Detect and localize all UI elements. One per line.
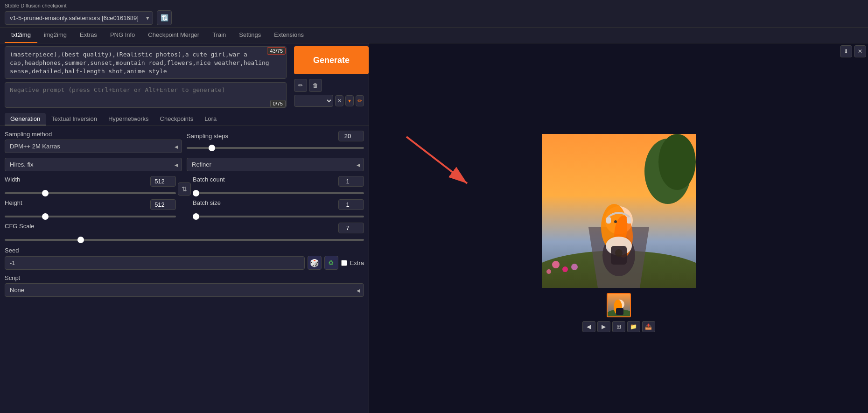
sub-tabs: Generation Textual Inversion Hypernetwor… [0, 111, 369, 126]
subtab-lora[interactable]: Lora [199, 113, 222, 126]
nav-tabs: txt2img img2img Extras PNG Info Checkpoi… [0, 28, 868, 43]
batch-count-slider[interactable] [193, 192, 364, 194]
close-image-btn[interactable]: ✕ [854, 45, 866, 57]
style-select[interactable] [294, 95, 333, 107]
svg-rect-26 [616, 308, 623, 315]
sampling-method-label: Sampling method [5, 131, 182, 138]
height-input[interactable] [150, 199, 176, 210]
svg-line-1 [406, 137, 467, 183]
image-display [542, 134, 696, 289]
tab-extensions[interactable]: Extensions [267, 28, 310, 43]
sampling-steps-input[interactable] [338, 131, 364, 141]
edit-prompt-btn[interactable]: ✏ [294, 79, 307, 92]
sampling-row: Sampling method DPM++ 2M Karras Sampling… [5, 131, 364, 153]
batch-size-label: Batch size [193, 199, 221, 210]
cfg-input[interactable] [338, 223, 364, 233]
prev-image-btn[interactable]: ◀ [582, 321, 595, 332]
batch-count-input[interactable] [338, 176, 364, 187]
batch-size-input[interactable] [338, 199, 364, 210]
height-group: Height [5, 199, 176, 219]
checkpoint-label: Stable Diffusion checkpoint [5, 3, 863, 8]
image-send-btn[interactable]: 📤 [642, 321, 655, 332]
checkpoint-refresh-btn[interactable]: 🔃 [157, 10, 172, 25]
tab-extras[interactable]: Extras [73, 28, 104, 43]
clear-prompt-btn[interactable]: 🗑 [309, 79, 322, 92]
tab-settings[interactable]: Settings [232, 28, 267, 43]
seed-dice-btn[interactable]: 🎲 [308, 256, 322, 270]
batch-count-header: Batch count [193, 176, 364, 187]
width-slider[interactable] [5, 192, 176, 194]
sampling-steps-slider[interactable] [187, 147, 364, 149]
sampling-steps-header: Sampling steps [187, 131, 364, 141]
hires-select-wrapper: Hires. fix [5, 158, 182, 171]
generate-area: Generate ✏ 🗑 ✕ ▾ ✏ [289, 43, 369, 111]
tab-txt2img[interactable]: txt2img [5, 28, 37, 43]
thumbnail-svg [608, 294, 631, 317]
image-toolbar: ⬇ ✕ [838, 43, 868, 59]
left-panel: 43/75 0/75 Generate ✏ 🗑 [0, 43, 369, 413]
red-arrow-svg [397, 127, 481, 197]
swap-dimensions-btn[interactable]: ⇅ [178, 182, 191, 196]
sampling-steps-group: Sampling steps [187, 131, 364, 150]
seed-input[interactable] [5, 256, 305, 270]
subtab-textual-inversion[interactable]: Textual Inversion [46, 113, 103, 126]
batch-size-slider[interactable] [193, 216, 364, 217]
seed-group: Seed 🎲 ♻ Extra [5, 247, 364, 270]
width-label: Width [5, 176, 20, 187]
cfg-slider[interactable] [5, 239, 364, 241]
top-bar: Stable Diffusion checkpoint v1-5-pruned-… [0, 0, 868, 28]
download-btn[interactable]: ⬇ [840, 45, 852, 57]
tab-train[interactable]: Train [206, 28, 232, 43]
style-clear-btn[interactable]: ✕ [335, 95, 343, 106]
cfg-header: CFG Scale [5, 223, 364, 233]
negative-counter: 0/75 [270, 100, 286, 107]
height-slider[interactable] [5, 216, 176, 217]
red-arrow-wrapper [397, 127, 481, 199]
prompts-area: 43/75 0/75 [0, 43, 289, 111]
height-batch-size-row: Height Batch size [5, 199, 364, 219]
positive-prompt-wrapper: 43/75 [5, 46, 287, 80]
seed-label: Seed [5, 247, 364, 254]
batch-count-group: Batch count [193, 176, 364, 196]
width-input[interactable] [150, 176, 176, 187]
subtab-checkpoints[interactable]: Checkpoints [154, 113, 199, 126]
script-group: Script None [5, 274, 364, 297]
controls-area: Sampling method DPM++ 2M Karras Sampling… [0, 126, 369, 413]
tab-checkpoint-merger[interactable]: Checkpoint Merger [141, 28, 206, 43]
checkpoint-dropdown[interactable]: v1-5-pruned-emaonly.safetensors [6ce0161… [5, 11, 153, 25]
subtab-hypernetworks[interactable]: Hypernetworks [103, 113, 154, 126]
batch-size-group: Batch size [193, 199, 364, 219]
hires-select[interactable]: Hires. fix [5, 158, 182, 171]
extra-checkbox-label[interactable]: Extra [341, 259, 364, 266]
height-header: Height [5, 199, 176, 210]
checkpoint-select-wrapper: v1-5-pruned-emaonly.safetensors [6ce0161… [5, 11, 153, 25]
extra-checkbox[interactable] [341, 260, 347, 266]
main-content: 43/75 0/75 Generate ✏ 🗑 [0, 43, 868, 413]
positive-prompt-textarea[interactable] [5, 46, 287, 79]
image-zoom-btn[interactable]: ⊞ [612, 321, 625, 332]
refiner-select[interactable]: Refiner [187, 158, 364, 171]
batch-size-header: Batch size [193, 199, 364, 210]
negative-prompt-wrapper: 0/75 [5, 82, 287, 109]
image-folder-btn[interactable]: 📁 [627, 321, 640, 332]
seed-recycle-btn[interactable]: ♻ [324, 256, 338, 270]
batch-count-label: Batch count [193, 176, 225, 187]
sampling-method-select[interactable]: DPM++ 2M Karras [5, 140, 182, 153]
app-wrapper: Stable Diffusion checkpoint v1-5-pruned-… [0, 0, 868, 413]
style-paint-btn[interactable]: ✏ [356, 95, 364, 106]
style-row: ✕ ▾ ✏ [294, 95, 364, 107]
sampling-method-select-wrapper: DPM++ 2M Karras [5, 140, 182, 153]
right-panel: ⬇ ✕ [369, 43, 868, 413]
cfg-label: CFG Scale [5, 223, 35, 233]
thumbnail-1[interactable] [607, 293, 631, 317]
script-select[interactable]: None [5, 283, 364, 297]
generate-button[interactable]: Generate [294, 46, 369, 74]
style-apply-btn[interactable]: ▾ [345, 95, 354, 106]
top-bar-row: v1-5-pruned-emaonly.safetensors [6ce0161… [5, 10, 863, 25]
tab-pnginfo[interactable]: PNG Info [104, 28, 141, 43]
subtab-generation[interactable]: Generation [5, 113, 46, 126]
height-label: Height [5, 199, 22, 210]
next-image-btn[interactable]: ▶ [597, 321, 610, 332]
negative-prompt-textarea[interactable] [5, 82, 287, 108]
tab-img2img[interactable]: img2img [37, 28, 73, 43]
